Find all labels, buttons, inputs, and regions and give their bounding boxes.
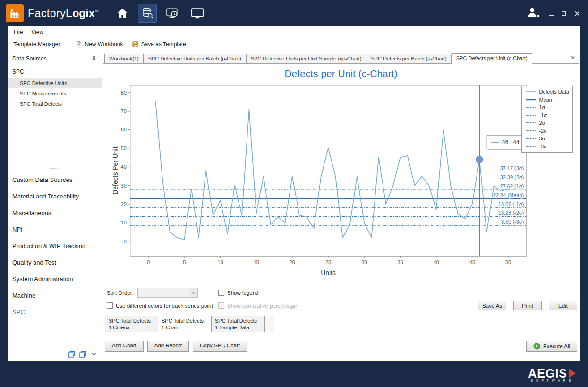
svg-text:15: 15 [254, 259, 259, 265]
sidebar-item-spc-total-defects[interactable]: SPC Total Defects [8, 99, 102, 109]
data-sources-sidebar: Data Sources SPC SPC Defective Units SPC… [8, 51, 102, 361]
svg-text:50: 50 [505, 259, 511, 265]
svg-text:Defects Per Unit: Defects Per Unit [111, 146, 119, 194]
process-monitor-icon[interactable] [163, 4, 182, 23]
tab-u-chart[interactable]: SPC Defects per Batch (µ-Chart) [366, 54, 451, 63]
tab-c-chart[interactable]: SPC Defects per Unit (c-Chart) [452, 53, 532, 64]
sidebar-item-spc-measurements[interactable]: SPC Measurements [8, 88, 102, 99]
spc-chart[interactable]: 010203040506070800510152025303540455037.… [103, 80, 579, 284]
subtab-chart[interactable]: SPC Total Defects 1 Chart [158, 316, 212, 332]
template-manager-button[interactable]: Template Manager [10, 40, 63, 49]
sidebar-item-production-wip[interactable]: Production & WIP Tracking [8, 238, 102, 254]
new-workbook-button[interactable]: New Workbook [73, 39, 126, 49]
svg-text:37.17 (3σ): 37.17 (3σ) [500, 165, 524, 171]
menu-view[interactable]: View [27, 27, 48, 37]
execute-all-label: Execute All [543, 344, 570, 349]
options-row-1: Sort Order: ▼ Show legend [103, 286, 579, 299]
svg-text:46 : 44: 46 : 44 [502, 139, 520, 146]
svg-text:5: 5 [183, 259, 186, 265]
use-colors-label: Use different colors for each series poi… [116, 303, 213, 309]
user-signout-icon[interactable] [527, 6, 541, 20]
footer-bar: AEGIS SOFTWARE [0, 361, 588, 387]
title-bar: FactoryLogix™ [0, 0, 588, 26]
maximize-button[interactable] [562, 11, 566, 16]
tab-np-chart[interactable]: SPC Defective Units per Unit Sample (np-… [246, 54, 366, 63]
svg-text:60: 60 [121, 127, 127, 132]
tab-p-chart[interactable]: SPC Defective Units per Batch (p-Chart) [144, 54, 246, 63]
minimize-button[interactable] [549, 15, 554, 16]
svg-text:40: 40 [121, 164, 127, 170]
tab-workbook-1[interactable]: Workbook(1) [104, 54, 144, 63]
chevron-down-icon[interactable] [91, 352, 97, 356]
svg-text:30: 30 [361, 259, 367, 265]
svg-text:10: 10 [121, 220, 127, 225]
svg-text:10: 10 [217, 259, 223, 265]
show-legend-checkbox[interactable] [218, 290, 224, 296]
sidebar-item-quality-test[interactable]: Quality and Test [8, 254, 102, 271]
app-title: FactoryLogix™ [28, 7, 99, 20]
brand-tm: ™ [95, 9, 99, 14]
svg-text:20: 20 [290, 259, 295, 265]
aegis-arrow-icon [569, 369, 576, 378]
options-row-2: Use different colors for each series poi… [103, 299, 579, 312]
sort-order-select[interactable]: ▼ [137, 288, 198, 298]
edit-button[interactable]: Edit [549, 301, 577, 310]
spc-subtab-strip: SPC Total Defects 1 Criteria SPC Total D… [105, 316, 579, 332]
sidebar-item-spc-defective-units[interactable]: SPC Defective Units [8, 78, 102, 88]
sidebar-item-miscellaneous[interactable]: Miscellaneous [8, 205, 102, 221]
menu-bar: File View [8, 26, 580, 38]
save-as-template-label: Save as Template [141, 41, 186, 48]
add-chart-button[interactable]: Add Chart [105, 341, 144, 352]
sidebar-item-material-traceability[interactable]: Material and Traceability [8, 188, 102, 205]
save-as-button[interactable]: Save As [478, 301, 506, 310]
execute-all-button[interactable]: Execute All [526, 341, 577, 352]
subtab-sample-data[interactable]: SPC Total Defects 1 Sample Data [212, 316, 265, 332]
close-button[interactable] [574, 11, 579, 16]
svg-text:70: 70 [121, 108, 127, 114]
home-icon[interactable] [113, 4, 132, 23]
windows-stack-icon[interactable] [68, 351, 75, 358]
legend-item: -1σ [525, 112, 569, 118]
print-button[interactable]: Print [513, 301, 542, 310]
legend-item: 2σ [525, 120, 569, 126]
svg-text:13.28 (-2σ): 13.28 (-2σ) [498, 210, 524, 216]
legend-item: -2σ [525, 128, 569, 134]
sidebar-item-spc-module[interactable]: SPC [8, 304, 102, 320]
aegis-brand: AEGIS [528, 367, 567, 380]
svg-text:25: 25 [325, 259, 331, 265]
pin-icon[interactable] [91, 56, 97, 62]
legend-item: Defects Data [525, 89, 569, 95]
sidebar-item-machine[interactable]: Machine [8, 287, 102, 304]
svg-text:0: 0 [147, 259, 150, 265]
sidebar-section-spc[interactable]: SPC [8, 65, 102, 78]
sidebar-splitter-handle[interactable]: ...... [8, 165, 102, 172]
sort-order-label: Sort Order: [107, 290, 134, 296]
aegis-logo: AEGIS SOFTWARE [528, 367, 576, 382]
add-report-button[interactable]: Add Report [147, 341, 189, 352]
toolbar-separator [68, 41, 68, 48]
svg-text:50: 50 [121, 146, 127, 151]
tab-close-icon[interactable]: ✕ [570, 54, 576, 61]
use-colors-checkbox[interactable] [107, 302, 113, 309]
main-window: File View Template Manager New Workbook … [8, 26, 580, 361]
save-as-template-button[interactable]: Save as Template [129, 39, 189, 49]
copy-spc-chart-button[interactable]: Copy SPC Chart [193, 341, 247, 352]
actions-row: Add Chart Add Report Copy SPC Chart Exec… [105, 341, 579, 352]
chart-title: Defects per Unit (c-Chart) [103, 64, 579, 80]
sidebar-item-system-administration[interactable]: System Administration [8, 271, 102, 287]
sidebar-item-npi[interactable]: NPI [8, 221, 102, 238]
execute-icon [533, 343, 540, 350]
windows-stack-icon-2[interactable] [79, 351, 86, 358]
subtab-criteria[interactable]: SPC Total Defects 1 Criteria [105, 316, 158, 332]
svg-text:30: 30 [121, 183, 127, 189]
save-as-template-icon [132, 41, 139, 48]
svg-text:27.62 (1σ): 27.62 (1σ) [500, 183, 524, 189]
data-browser-icon[interactable] [138, 4, 157, 23]
workbook-tab-strip: Workbook(1) SPC Defective Units per Batc… [103, 52, 579, 63]
menu-file[interactable]: File [9, 27, 27, 37]
sidebar-item-custom-data-sources[interactable]: Custom Data Sources [8, 172, 102, 188]
subtab-stub [265, 316, 274, 332]
svg-text:80: 80 [121, 90, 127, 95]
workbook-area: Workbook(1) SPC Defective Units per Batc… [102, 51, 580, 361]
monitor-icon[interactable] [188, 4, 207, 23]
